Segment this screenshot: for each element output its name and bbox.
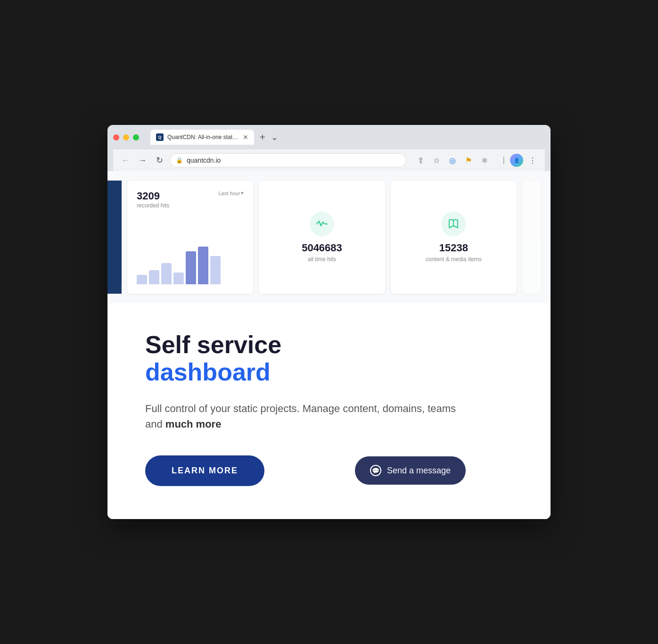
minimize-button[interactable] [123,134,129,140]
active-tab[interactable]: Q QuantCDN: All-in-one static we... ✕ [150,130,254,145]
book-icon [447,217,460,231]
chart-bar [186,251,196,284]
hits-icon-circle [310,212,334,236]
chrome-bar: Q QuantCDN: All-in-one static we... ✕ + … [107,125,551,171]
forward-button[interactable]: → [136,154,149,167]
send-message-label: Send a message [387,466,451,476]
fourth-card-partial [522,181,541,294]
chromium-icon[interactable]: ◎ [446,154,459,167]
stat-number-group: 3209 recorded hits [137,190,169,215]
url-display: quantcdn.io [187,157,221,164]
stats-row: › 3209 recorded hits Last hour ▾ [107,171,551,303]
tab-bar: Q QuantCDN: All-in-one static we... ✕ + … [150,130,278,145]
lock-icon: 🔒 [176,157,183,164]
learn-more-button[interactable]: LEARN MORE [145,455,264,486]
chart-bar [198,247,208,284]
tab-title: QuantCDN: All-in-one static we... [167,134,239,140]
card-header: 3209 recorded hits Last hour ▾ [137,190,244,215]
mini-chart [137,247,244,284]
browser-window: Q QuantCDN: All-in-one static we... ✕ + … [107,125,551,519]
content-media-card: 15238 content & media items [391,181,517,294]
address-bar: ← → ↻ 🔒 quantcdn.io ⇧ ☆ ◎ ⚑ ⚛ ⎹ 👤 ⋮ [113,149,545,171]
hero-title-line1: Self service [145,331,513,358]
tab-menu-icon[interactable]: ⌄ [271,132,278,142]
chart-bar [137,275,147,284]
all-time-hits-card: 5046683 all time hits [259,181,385,294]
hero-section: Self service dashboard Full control of y… [107,303,551,519]
tab-close-icon[interactable]: ✕ [243,134,248,140]
chart-bar [149,270,159,284]
media-label: content & media items [426,256,482,263]
recorded-hits-card: 3209 recorded hits Last hour ▾ [127,181,253,294]
menu-icon[interactable]: ⋮ [526,154,539,167]
sidebar-bar: › [107,181,122,294]
reload-button[interactable]: ↻ [153,154,166,167]
address-field[interactable]: 🔒 quantcdn.io [170,153,406,167]
hits-label: recorded hits [137,202,169,209]
hero-actions: LEARN MORE 💬 Send a message [145,455,466,486]
all-time-number: 5046683 [302,242,342,254]
hero-description: Full control of your static projects. Ma… [145,401,466,432]
toolbar-icons: ⇧ ☆ ◎ ⚑ ⚛ ⎹ 👤 ⋮ [414,154,539,167]
hero-title-line2: dashboard [145,359,513,386]
tab-favicon: Q [156,133,164,141]
media-number: 15238 [439,242,468,254]
hits-number: 3209 [137,190,169,202]
close-button[interactable] [113,134,119,140]
bookmark-icon[interactable]: ☆ [430,154,443,167]
hero-description-bold: much more [165,418,222,430]
maximize-button[interactable] [133,134,139,140]
chrome-controls: Q QuantCDN: All-in-one static we... ✕ + … [113,130,545,145]
chart-bar [173,272,184,284]
chat-icon: 💬 [370,465,381,476]
chevron-down-icon: ▾ [241,190,244,196]
page-content: › 3209 recorded hits Last hour ▾ [107,171,551,519]
sidebar-icon[interactable]: ⎹ [494,154,507,167]
period-selector[interactable]: Last hour ▾ [218,190,244,196]
media-icon-circle [441,212,466,236]
puzzle-icon[interactable]: ⚛ [478,154,491,167]
activity-icon [315,217,329,231]
chart-bar [161,263,172,284]
all-time-label: all time hits [308,256,336,263]
send-message-button[interactable]: 💬 Send a message [355,456,466,485]
new-tab-button[interactable]: + [256,130,269,145]
chart-bar [210,256,221,284]
extension-icon[interactable]: ⚑ [462,154,475,167]
favicon-letter: Q [158,135,161,140]
back-button[interactable]: ← [119,154,132,167]
sidebar-chevron-icon[interactable]: › [121,285,123,290]
profile-avatar[interactable]: 👤 [510,154,523,167]
share-icon[interactable]: ⇧ [414,154,427,167]
